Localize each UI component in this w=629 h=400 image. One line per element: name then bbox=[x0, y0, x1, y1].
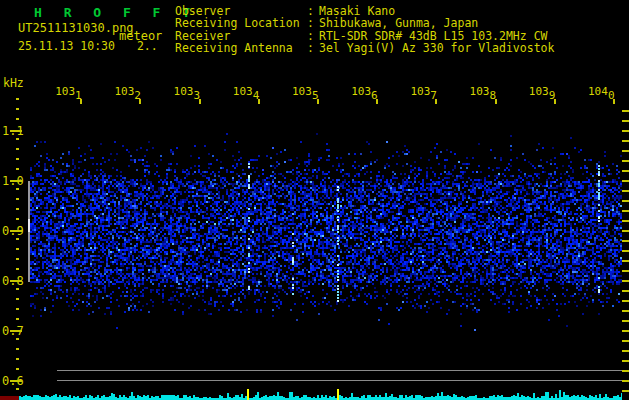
freq-major-tick bbox=[10, 130, 22, 132]
time-tick-label: 1038 bbox=[470, 85, 497, 98]
spectrogram-canvas bbox=[30, 105, 622, 367]
freq-right-tick bbox=[622, 370, 629, 372]
freq-right-tick bbox=[622, 160, 629, 162]
time-tick bbox=[435, 99, 437, 104]
freq-right-tick bbox=[622, 270, 629, 272]
freq-minor-tick bbox=[16, 338, 19, 340]
freq-minor-tick bbox=[16, 158, 19, 160]
freq-right-tick bbox=[622, 170, 629, 172]
info-label: Receiving Location bbox=[175, 17, 307, 29]
freq-minor-tick bbox=[16, 358, 19, 360]
freq-major-tick bbox=[10, 180, 22, 182]
freq-minor-tick bbox=[16, 318, 19, 320]
freq-right-tick bbox=[622, 150, 629, 152]
freq-minor-tick bbox=[16, 238, 19, 240]
record-counter: 2.. bbox=[137, 39, 158, 53]
freq-right-tick bbox=[622, 220, 629, 222]
app-title: H R O F F T bbox=[34, 5, 197, 20]
time-tick-label: 1032 bbox=[114, 85, 141, 98]
level-gridline bbox=[57, 370, 622, 371]
freq-right-tick bbox=[622, 130, 629, 132]
time-label-main: 103 bbox=[114, 85, 134, 98]
calibration-line-bright-segment bbox=[28, 219, 30, 232]
freq-right-tick bbox=[622, 310, 629, 312]
station-info-row: Receiving Antenna:3el Yagi(V) Az 330 for… bbox=[175, 42, 554, 54]
freq-right-tick bbox=[622, 300, 629, 302]
freq-right-tick bbox=[622, 260, 629, 262]
time-label-main: 103 bbox=[529, 85, 549, 98]
freq-minor-tick bbox=[16, 168, 19, 170]
freq-minor-tick bbox=[16, 218, 19, 220]
hrofft-screen: H R O F F T UT2511131030.png meteor 25.1… bbox=[0, 0, 629, 400]
freq-minor-tick bbox=[16, 258, 19, 260]
time-tick bbox=[376, 99, 378, 104]
freq-axis-unit-label: kHz bbox=[3, 76, 24, 90]
freq-right-tick bbox=[622, 280, 629, 282]
info-colon: : bbox=[307, 17, 319, 29]
freq-minor-tick bbox=[16, 298, 19, 300]
time-label-main: 103 bbox=[55, 85, 75, 98]
freq-minor-tick bbox=[16, 108, 19, 110]
time-tick-label: 1033 bbox=[174, 85, 201, 98]
output-filename: UT2511131030.png bbox=[18, 21, 134, 35]
time-tick bbox=[80, 99, 82, 104]
datetime-row: 25.11.13 10:302.. bbox=[18, 39, 158, 53]
time-label-main: 103 bbox=[410, 85, 430, 98]
freq-minor-tick bbox=[16, 198, 19, 200]
time-tick bbox=[258, 99, 260, 104]
freq-major-tick bbox=[10, 230, 22, 232]
freq-minor-tick bbox=[16, 268, 19, 270]
freq-right-tick bbox=[622, 340, 629, 342]
freq-major-tick bbox=[10, 330, 22, 332]
signal-level-trace bbox=[19, 388, 622, 400]
freq-major-tick bbox=[10, 380, 22, 382]
freq-minor-tick bbox=[16, 248, 19, 250]
time-tick bbox=[199, 99, 201, 104]
station-info-table: Observer:Masaki KanoReceiving Location:S… bbox=[175, 5, 554, 55]
time-tick-label: 1036 bbox=[351, 85, 378, 98]
freq-minor-tick bbox=[16, 148, 19, 150]
freq-minor-tick bbox=[16, 308, 19, 310]
freq-right-tick bbox=[622, 120, 629, 122]
freq-right-tick bbox=[622, 230, 629, 232]
time-tick-label: 1040 bbox=[588, 85, 615, 98]
time-label-main: 103 bbox=[470, 85, 490, 98]
freq-right-tick bbox=[622, 250, 629, 252]
time-tick bbox=[139, 99, 141, 104]
freq-minor-tick bbox=[16, 98, 19, 100]
freq-right-tick bbox=[622, 330, 629, 332]
info-colon: : bbox=[307, 42, 319, 54]
freq-minor-tick bbox=[16, 188, 19, 190]
freq-right-tick bbox=[622, 180, 629, 182]
freq-right-tick bbox=[622, 190, 629, 192]
time-tick-label: 1031 bbox=[55, 85, 82, 98]
time-tick-label: 1039 bbox=[529, 85, 556, 98]
freq-right-tick bbox=[622, 140, 629, 142]
info-value: 3el Yagi(V) Az 330 for Vladivostok bbox=[319, 41, 554, 55]
level-gridline bbox=[57, 380, 622, 381]
time-label-main: 103 bbox=[233, 85, 253, 98]
time-tick bbox=[613, 99, 615, 104]
time-tick bbox=[554, 99, 556, 104]
freq-right-tick bbox=[622, 380, 629, 382]
freq-right-tick bbox=[622, 350, 629, 352]
freq-right-tick bbox=[622, 210, 629, 212]
time-tick bbox=[495, 99, 497, 104]
freq-right-tick bbox=[622, 290, 629, 292]
time-tick-label: 1037 bbox=[410, 85, 437, 98]
freq-minor-tick bbox=[16, 138, 19, 140]
time-tick-label: 1034 bbox=[233, 85, 260, 98]
freq-major-tick bbox=[10, 280, 22, 282]
freq-right-tick bbox=[622, 240, 629, 242]
corner-marker bbox=[0, 396, 19, 400]
freq-right-tick bbox=[622, 110, 629, 112]
freq-right-tick bbox=[622, 200, 629, 202]
freq-minor-tick bbox=[16, 208, 19, 210]
time-label-main: 103 bbox=[292, 85, 312, 98]
freq-minor-tick bbox=[16, 118, 19, 120]
freq-right-tick bbox=[622, 360, 629, 362]
record-datetime: 25.11.13 10:30 bbox=[18, 39, 115, 53]
time-tick-label: 1035 bbox=[292, 85, 319, 98]
time-tick bbox=[317, 99, 319, 104]
time-label-main: 103 bbox=[174, 85, 194, 98]
